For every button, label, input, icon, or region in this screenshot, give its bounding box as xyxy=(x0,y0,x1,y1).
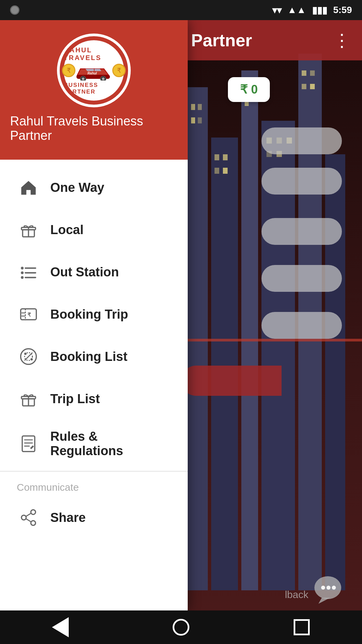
svg-rect-10 xyxy=(191,117,195,123)
chat-bubble-icon[interactable] xyxy=(312,574,345,607)
action-pill-4[interactable] xyxy=(261,265,342,292)
svg-rect-27 xyxy=(310,84,315,89)
out-station-label: Out Station xyxy=(50,265,119,279)
rules-label: Rules & Regulations xyxy=(50,429,171,458)
back-arrow-icon xyxy=(52,617,69,637)
action-red-pill[interactable] xyxy=(181,366,282,396)
logo-coin-left: ₹ xyxy=(62,64,75,77)
svg-rect-24 xyxy=(302,70,306,76)
svg-point-45 xyxy=(21,271,23,274)
logo-brand-top: RAHUL TRAVELS xyxy=(64,46,124,62)
gift-icon xyxy=(17,218,40,241)
status-right: ▾▾ ▲▲ ▮▮▮ 5:59 xyxy=(272,5,352,16)
svg-rect-3 xyxy=(211,138,238,590)
svg-rect-9 xyxy=(198,104,202,110)
booking-trip-label: Booking Trip xyxy=(50,307,128,322)
sidebar-item-booking-list[interactable]: Booking List xyxy=(0,335,188,378)
sidebar-item-one-way[interactable]: One Way xyxy=(0,166,188,209)
logo-inner: RAHUL TRAVELS Rahul BUSINESS PARTNER ₹ ₹ xyxy=(64,40,124,101)
svg-point-58 xyxy=(31,358,33,361)
svg-rect-11 xyxy=(198,117,202,123)
sidebar-item-share[interactable]: Share xyxy=(0,496,188,539)
ticket-icon: ₹ xyxy=(17,303,40,326)
drawer-app-name: Rahul Travels Business Partner xyxy=(10,114,178,143)
svg-rect-25 xyxy=(310,70,315,76)
trip-list-icon xyxy=(17,387,40,411)
trip-list-label: Trip List xyxy=(50,392,100,406)
svg-line-70 xyxy=(26,519,31,522)
svg-point-43 xyxy=(21,267,23,269)
svg-rect-52 xyxy=(21,312,25,314)
sidebar-item-booking-trip[interactable]: ₹ Booking Trip xyxy=(0,293,188,335)
top-header: Partner ⋮ xyxy=(181,20,362,60)
svg-text:Rahul: Rahul xyxy=(87,71,97,75)
svg-point-57 xyxy=(24,353,26,355)
recording-indicator xyxy=(10,5,19,15)
more-options-icon[interactable]: ⋮ xyxy=(333,30,352,50)
svg-point-37 xyxy=(82,77,84,80)
svg-rect-15 xyxy=(223,168,228,174)
svg-point-32 xyxy=(326,586,330,590)
svg-rect-4 xyxy=(241,70,258,590)
sidebar-item-out-station[interactable]: Out Station xyxy=(0,251,188,293)
recents-square-icon xyxy=(294,619,310,635)
svg-rect-8 xyxy=(191,104,195,110)
drawer-menu: One Way Local xyxy=(0,160,188,610)
action-pill-1[interactable] xyxy=(261,127,342,154)
status-bar: ▾▾ ▲▲ ▮▮▮ 5:59 xyxy=(0,0,362,20)
signal-icon: ▲▲ xyxy=(288,5,306,15)
status-left xyxy=(10,5,19,15)
callback-text: lback xyxy=(285,589,308,600)
nav-back-button[interactable] xyxy=(50,617,70,637)
svg-point-67 xyxy=(21,515,26,520)
bottom-navigation xyxy=(0,610,362,644)
svg-rect-12 xyxy=(215,154,219,160)
svg-rect-62 xyxy=(22,436,35,452)
svg-rect-14 xyxy=(215,168,219,174)
one-way-label: One Way xyxy=(50,180,104,195)
local-label: Local xyxy=(50,223,83,237)
balance-badge: ₹ 0 xyxy=(228,77,270,102)
booking-list-label: Booking List xyxy=(50,350,127,364)
svg-point-38 xyxy=(102,77,105,80)
home-icon xyxy=(17,176,40,199)
logo-brand-bottom: BUSINESS PARTNER xyxy=(64,82,124,95)
svg-line-69 xyxy=(26,513,31,516)
home-circle-icon xyxy=(173,619,189,636)
svg-rect-13 xyxy=(223,154,228,160)
svg-rect-28 xyxy=(181,339,362,341)
svg-point-47 xyxy=(21,276,23,279)
share-label: Share xyxy=(50,511,86,525)
svg-point-33 xyxy=(332,586,336,590)
svg-point-68 xyxy=(31,521,36,525)
drawer-header: RAHUL TRAVELS Rahul BUSINESS PARTNER ₹ ₹ xyxy=(0,20,188,160)
action-pill-3[interactable] xyxy=(261,218,342,245)
partner-title: Partner xyxy=(191,30,252,50)
sidebar-item-rules[interactable]: Rules & Regulations xyxy=(0,420,188,468)
communicate-section-header: Communicate xyxy=(0,475,188,496)
time-display: 5:59 xyxy=(333,5,352,15)
navigation-drawer: RAHUL TRAVELS Rahul BUSINESS PARTNER ₹ ₹ xyxy=(0,20,188,610)
sidebar-item-trip-list[interactable]: Trip List xyxy=(0,378,188,420)
svg-rect-26 xyxy=(302,84,306,89)
nav-recents-button[interactable] xyxy=(292,617,312,637)
battery-icon: ▮▮▮ xyxy=(312,5,327,16)
wifi-icon: ▾▾ xyxy=(272,5,282,16)
nav-home-button[interactable] xyxy=(171,617,191,637)
document-icon xyxy=(17,432,40,455)
svg-point-66 xyxy=(31,510,36,515)
action-pill-2[interactable] xyxy=(261,168,342,195)
share-icon xyxy=(17,506,40,529)
sidebar-item-local[interactable]: Local xyxy=(0,209,188,251)
logo-car-svg: Rahul xyxy=(74,64,114,80)
list-icon xyxy=(17,260,40,284)
logo-circle: RAHUL TRAVELS Rahul BUSINESS PARTNER ₹ ₹ xyxy=(57,34,131,107)
logo-coin-right: ₹ xyxy=(112,64,126,77)
action-pill-5[interactable] xyxy=(261,312,342,339)
svg-text:₹: ₹ xyxy=(27,312,31,318)
section-divider xyxy=(0,471,188,472)
svg-rect-53 xyxy=(21,316,25,317)
svg-marker-30 xyxy=(318,598,330,604)
percent-icon xyxy=(17,345,40,368)
svg-point-31 xyxy=(321,586,325,590)
